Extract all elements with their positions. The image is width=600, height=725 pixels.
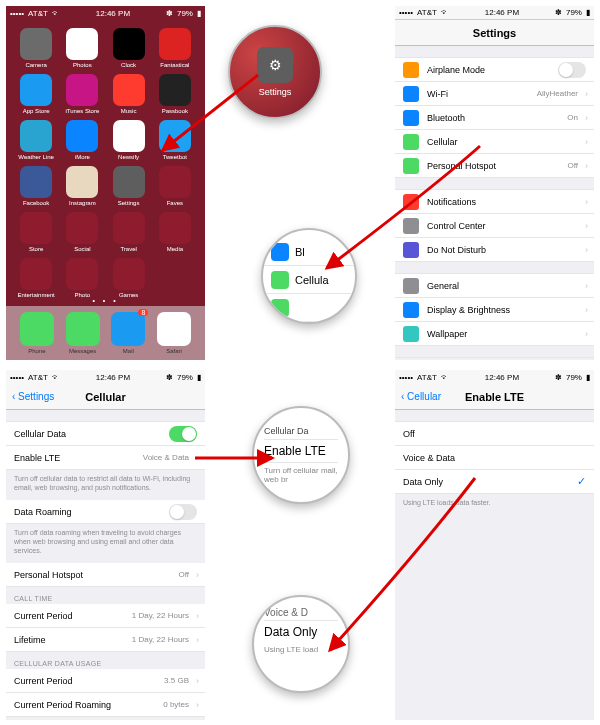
settings-row[interactable]: Control Center› (395, 214, 594, 238)
enable-lte-screen: •••••AT&Tᯤ 12:46 PM ✽79%▮ ‹ Cellular Ena… (395, 370, 594, 720)
gear-icon[interactable]: ⚙︎ (257, 47, 293, 83)
status-bar: •••••AT&Tᯤ 12:46 PM ✽79%▮ (395, 6, 594, 20)
settings-row[interactable]: Enable LTEVoice & Data› (6, 446, 205, 470)
section-header: CELLULAR DATA USAGE (6, 652, 205, 669)
app-icon[interactable] (155, 258, 195, 298)
zoom-enable-lte: Cellular DaEnable LTETurn off cellular m… (252, 406, 350, 504)
toggle[interactable] (169, 426, 197, 442)
page-title: Settings (473, 27, 516, 39)
bt-icon: ✽ (166, 9, 173, 18)
page-dots[interactable]: • • • (6, 297, 205, 304)
signal-icon: ••••• (10, 9, 24, 18)
chevron-right-icon: › (585, 113, 588, 123)
settings-row[interactable]: Current Period3.5 GB› (6, 669, 205, 693)
settings-row[interactable]: Airplane Mode (395, 58, 594, 82)
settings-row[interactable]: Wallpaper› (395, 322, 594, 346)
app-icon[interactable]: Travel (109, 212, 149, 252)
chevron-right-icon: › (585, 305, 588, 315)
app-icon[interactable]: Entertainment (16, 258, 56, 298)
app-icon[interactable]: Faves (155, 166, 195, 206)
back-button[interactable]: ‹ Cellular (401, 391, 441, 402)
settings-row[interactable]: Lifetime1 Day, 22 Hours› (6, 628, 205, 652)
settings-row[interactable]: Personal HotspotOff› (6, 563, 205, 587)
app-icon[interactable]: Music (109, 74, 149, 114)
app-icon[interactable]: Passbook (155, 74, 195, 114)
wifi-icon: ᯤ (52, 9, 60, 18)
settings-row[interactable]: Current Period1 Day, 22 Hours› (6, 604, 205, 628)
check-icon: ✓ (577, 475, 586, 488)
dock: PhoneMessages8MailSafari (6, 306, 205, 360)
chevron-right-icon: › (585, 281, 588, 291)
settings-row[interactable]: Current Period Roaming0 bytes› (6, 693, 205, 717)
nav-header: ‹ Cellular Enable LTE (395, 384, 594, 410)
dock-app[interactable]: Safari (154, 312, 194, 354)
settings-row[interactable]: Cellular Data (6, 422, 205, 446)
footer-text: Turn off data roaming when traveling to … (6, 524, 205, 563)
settings-row[interactable]: General› (395, 274, 594, 298)
chevron-right-icon: › (585, 197, 588, 207)
chevron-right-icon: › (585, 221, 588, 231)
app-icon[interactable]: Fantastical (155, 28, 195, 68)
chevron-right-icon: › (196, 700, 199, 710)
settings-row[interactable]: Do Not Disturb› (395, 238, 594, 262)
settings-row[interactable]: BluetoothOn› (395, 106, 594, 130)
zoom-data-only: Voice & DData OnlyUsing LTE load (252, 595, 350, 693)
toggle[interactable] (169, 504, 197, 520)
app-icon[interactable]: Facebook (16, 166, 56, 206)
toggle[interactable] (558, 62, 586, 78)
chevron-right-icon: › (585, 245, 588, 255)
cellular-screen: •••••AT&Tᯤ 12:46 PM ✽79%▮ ‹ Settings Cel… (6, 370, 205, 720)
app-icon[interactable]: Camera (16, 28, 56, 68)
lte-option[interactable]: Off (395, 422, 594, 446)
chevron-right-icon: › (196, 635, 199, 645)
settings-row[interactable]: Personal HotspotOff› (395, 154, 594, 178)
app-icon[interactable]: Store (16, 212, 56, 252)
dock-app[interactable]: Phone (17, 312, 57, 354)
app-icon[interactable]: Clock (109, 28, 149, 68)
chevron-right-icon: › (585, 137, 588, 147)
app-icon[interactable]: iMore (62, 120, 102, 160)
app-icon[interactable]: Media (155, 212, 195, 252)
app-icon[interactable]: App Store (16, 74, 56, 114)
chevron-right-icon: › (196, 570, 199, 580)
chevron-right-icon: › (585, 161, 588, 171)
settings-screen: •••••AT&Tᯤ 12:46 PM ✽79%▮ Settings Airpl… (395, 6, 594, 360)
app-icon[interactable]: Settings (109, 166, 149, 206)
app-icon[interactable]: iTunes Store (62, 74, 102, 114)
lte-option[interactable]: Voice & Data (395, 446, 594, 470)
dock-app[interactable]: Messages (63, 312, 103, 354)
status-bar: •••••AT&Tᯤ 12:46 PM ✽79%▮ (6, 370, 205, 384)
battery: 79% (177, 9, 193, 18)
status-bar: •••••AT&Tᯤ 12:46 PM ✽79%▮ (6, 6, 205, 20)
dock-app[interactable]: 8Mail (108, 312, 148, 354)
app-icon[interactable]: Tweetbot (155, 120, 195, 160)
settings-row[interactable]: Data Roaming (6, 500, 205, 524)
app-icon[interactable]: Weather Line (16, 120, 56, 160)
footer-text: Using LTE loads data faster. (395, 494, 594, 515)
chevron-right-icon: › (585, 89, 588, 99)
clock: 12:46 PM (96, 9, 130, 18)
carrier: AT&T (28, 9, 48, 18)
settings-row[interactable]: Display & Brightness› (395, 298, 594, 322)
battery-icon: ▮ (197, 9, 201, 18)
settings-row[interactable]: Notifications› (395, 190, 594, 214)
lte-option[interactable]: Data Only✓ (395, 470, 594, 494)
app-icon[interactable]: Games (109, 258, 149, 298)
app-icon[interactable]: Instagram (62, 166, 102, 206)
app-icon[interactable]: Photos (62, 28, 102, 68)
zoom-cellular-row: BlCellula (261, 228, 357, 324)
settings-row[interactable]: Wi-FiAllyHeather› (395, 82, 594, 106)
app-icon[interactable]: Photo (62, 258, 102, 298)
footer-text: Turn off cellular data to restrict all d… (6, 470, 205, 500)
nav-header: ‹ Settings Cellular (6, 384, 205, 410)
chevron-right-icon: › (196, 453, 199, 463)
app-icon[interactable]: Newsify (109, 120, 149, 160)
page-title: Cellular (85, 391, 125, 403)
settings-row[interactable]: Cellular› (395, 130, 594, 154)
status-bar: •••••AT&Tᯤ 12:46 PM ✽79%▮ (395, 370, 594, 384)
signal-icon: ••••• (399, 8, 413, 17)
back-button[interactable]: ‹ Settings (12, 391, 54, 402)
app-icon[interactable]: Social (62, 212, 102, 252)
wifi-icon: ᯤ (441, 8, 449, 17)
chevron-right-icon: › (585, 329, 588, 339)
